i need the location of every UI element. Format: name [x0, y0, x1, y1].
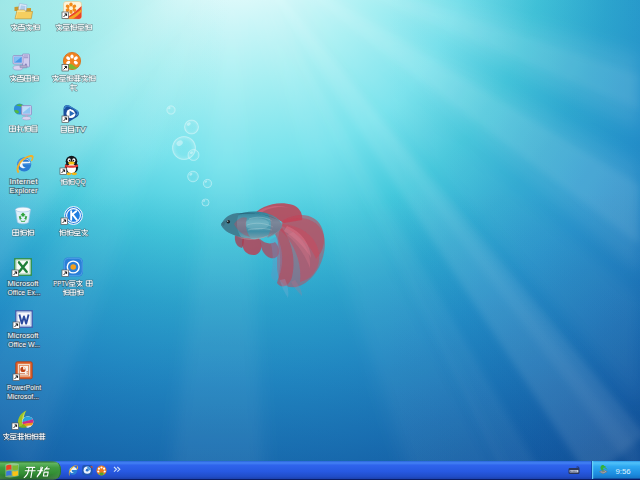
svg-text:Office W...: Office W... — [8, 340, 40, 349]
svg-text:Internet: Internet — [10, 177, 39, 186]
svg-text:QQ: QQ — [75, 177, 86, 186]
svg-text:Office Ex...: Office Ex... — [8, 288, 41, 297]
svg-text:Microsoft: Microsoft — [8, 331, 40, 340]
svg-text:PowerPoint: PowerPoint — [7, 383, 42, 392]
svg-text:Explorer: Explorer — [10, 186, 38, 195]
svg-text:PPTV: PPTV — [53, 279, 69, 288]
svg-text:Microsof...: Microsof... — [7, 392, 39, 401]
svg-text:TV: TV — [75, 125, 87, 134]
svg-text:Microsoft: Microsoft — [8, 279, 40, 288]
svg-text:9:56: 9:56 — [615, 467, 630, 476]
